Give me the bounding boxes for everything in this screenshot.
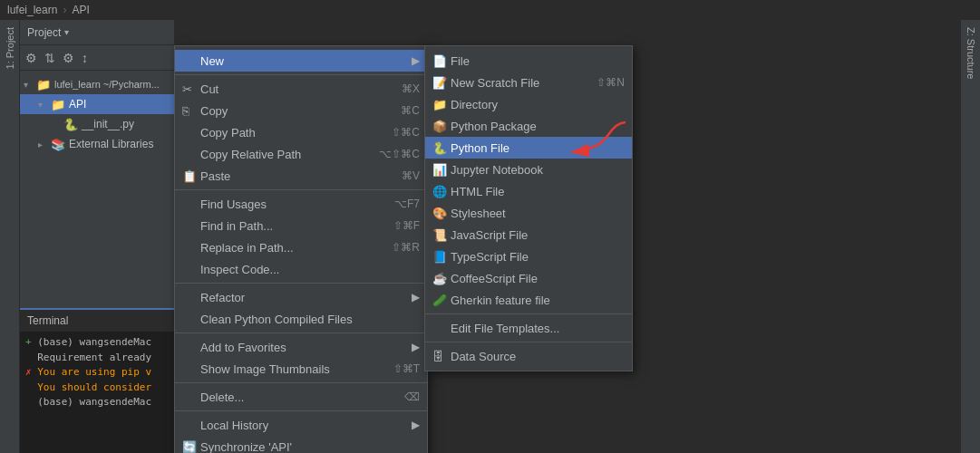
terminal-content: + (base) wangsendeMac Requirement alread… <box>20 332 174 414</box>
submenu-item-datasource[interactable]: 🗄 Data Source <box>425 345 632 367</box>
copy-shortcut: ⌘C <box>401 104 420 117</box>
tree-item-root[interactable]: ▾ 📁 lufei_learn ~/Pycharm... <box>20 74 174 94</box>
submenu-item-scratch[interactable]: 📝 New Scratch File ⇧⌘N <box>425 72 632 93</box>
tree-label-root: lufei_learn ~/Pycharm... <box>54 79 160 90</box>
terminal-line-4: You should consider <box>25 381 169 396</box>
coffeescript-icon: ☕ <box>432 272 451 285</box>
tree-arrow-api: ▾ <box>38 100 47 110</box>
datasource-icon: 🗄 <box>432 350 451 363</box>
submenu-item-javascript[interactable]: 📜 JavaScript File <box>425 224 632 246</box>
thumbnails-label: Show Image Thumbnails <box>200 362 375 376</box>
python-package-icon: 📦 <box>432 120 451 133</box>
submenu-item-stylesheet[interactable]: 🎨 Stylesheet <box>425 202 632 224</box>
new-item-label: New <box>200 54 408 68</box>
submenu-item-file[interactable]: 📄 File <box>425 50 632 72</box>
refactor-arrow: ▶ <box>412 291 420 304</box>
cut-label: Cut <box>200 82 383 96</box>
submenu-item-gherkin[interactable]: 🥒 Gherkin feature file <box>425 289 632 311</box>
menu-item-replace-in-path[interactable]: Replace in Path... ⇧⌘R <box>175 236 427 258</box>
history-label: Local History <box>200 419 408 432</box>
copy-rel-path-shortcut: ⌥⇧⌘C <box>379 148 420 160</box>
menu-item-delete[interactable]: Delete... ⌫ <box>175 386 427 408</box>
find-usages-shortcut: ⌥F7 <box>394 198 420 210</box>
sync-icon: 🔄 <box>182 440 200 454</box>
toolbar-icon-settings[interactable]: ⚙ <box>24 49 39 67</box>
stylesheet-label: Stylesheet <box>451 207 625 220</box>
copy-path-label: Copy Path <box>200 126 374 140</box>
typescript-label: TypeScript File <box>451 250 625 264</box>
inspect-code-label: Inspect Code... <box>200 263 420 276</box>
menu-item-copy-path[interactable]: Copy Path ⇧⌘C <box>175 121 427 143</box>
scratch-label: New Scratch File <box>451 76 597 90</box>
breadcrumb-bar: lufei_learn › API <box>0 0 980 20</box>
favorites-label: Add to Favorites <box>200 341 408 354</box>
breadcrumb-project: lufei_learn <box>7 4 57 16</box>
scratch-icon: 📝 <box>432 76 451 90</box>
refactor-label: Refactor <box>200 291 408 304</box>
find-in-path-shortcut: ⇧⌘F <box>393 219 420 232</box>
python-file-icon: 🐍 <box>63 118 78 131</box>
menu-item-inspect-code[interactable]: Inspect Code... <box>175 258 427 280</box>
submenu-item-directory[interactable]: 📁 Directory <box>425 93 632 115</box>
submenu-item-python-package[interactable]: 📦 Python Package <box>425 115 632 137</box>
file-icon: 📄 <box>432 54 451 68</box>
sidebar-item-project[interactable]: 1: Project <box>5 27 15 69</box>
python-file-sub-icon: 🐍 <box>432 141 451 155</box>
submenu-item-python-file[interactable]: 🐍 Python File <box>425 137 632 159</box>
terminal-x-icon: ✗ <box>25 366 32 378</box>
coffeescript-label: CoffeeScript File <box>451 272 625 285</box>
menu-item-find-usages[interactable]: Find Usages ⌥F7 <box>175 193 427 215</box>
jupyter-label: Jupyter Notebook <box>451 163 625 177</box>
terminal-text-1: (base) wangsendeMac <box>37 336 151 348</box>
new-item-arrow: ▶ <box>412 54 420 67</box>
directory-icon: 📁 <box>432 98 451 111</box>
submenu-sep-2 <box>425 342 632 342</box>
typescript-icon: 📘 <box>432 250 451 264</box>
new-submenu: 📄 File 📝 New Scratch File ⇧⌘N 📁 Director… <box>424 45 633 371</box>
menu-item-cut[interactable]: ✂ Cut ⌘X <box>175 78 427 100</box>
submenu-item-edit-templates[interactable]: Edit File Templates... <box>425 317 632 339</box>
copy-path-shortcut: ⇧⌘C <box>392 126 420 139</box>
context-menu: New ▶ ✂ Cut ⌘X ⎘ Copy ⌘C Copy Path ⇧⌘C C… <box>174 45 428 453</box>
tree-label-init: __init__.py <box>82 118 134 130</box>
sidebar-item-structure[interactable]: Z: Structure <box>965 27 976 79</box>
menu-item-copy[interactable]: ⎘ Copy ⌘C <box>175 100 427 121</box>
paste-icon: 📋 <box>182 169 200 183</box>
copy-rel-path-label: Copy Relative Path <box>200 148 361 161</box>
tree-label-api: API <box>69 98 86 111</box>
cut-shortcut: ⌘X <box>402 82 420 95</box>
submenu-item-coffeescript[interactable]: ☕ CoffeeScript File <box>425 267 632 289</box>
scratch-shortcut: ⇧⌘N <box>597 76 625 89</box>
menu-item-local-history[interactable]: Local History ▶ <box>175 414 427 436</box>
menu-item-new[interactable]: New ▶ <box>175 50 427 72</box>
tree-item-init[interactable]: 🐍 __init__.py <box>20 114 174 134</box>
submenu-item-html[interactable]: 🌐 HTML File <box>425 180 632 202</box>
javascript-label: JavaScript File <box>451 228 625 242</box>
menu-sep-2 <box>175 189 427 190</box>
paste-shortcut: ⌘V <box>402 169 420 182</box>
submenu-item-typescript[interactable]: 📘 TypeScript File <box>425 246 632 267</box>
toolbar-icon-expand[interactable]: ↕ <box>80 49 90 67</box>
menu-item-refactor[interactable]: Refactor ▶ <box>175 286 427 308</box>
terminal-line-3: ✗ You are using pip v <box>25 365 169 381</box>
project-panel-header: Project ▾ <box>20 20 174 45</box>
tree-item-api[interactable]: ▾ 📁 API <box>20 94 174 114</box>
jupyter-icon: 📊 <box>432 163 451 177</box>
menu-item-clean-compiled[interactable]: Clean Python Compiled Files <box>175 308 427 330</box>
toolbar-icon-sort[interactable]: ⇅ <box>43 49 57 67</box>
folder-icon-api: 📁 <box>51 98 65 111</box>
menu-item-copy-relative-path[interactable]: Copy Relative Path ⌥⇧⌘C <box>175 143 427 165</box>
submenu-item-jupyter[interactable]: 📊 Jupyter Notebook <box>425 159 632 180</box>
toolbar-icon-config[interactable]: ⚙ <box>61 49 76 67</box>
javascript-icon: 📜 <box>432 228 451 242</box>
tree-item-ext-libs[interactable]: ▸ 📚 External Libraries <box>20 134 174 154</box>
find-usages-label: Find Usages <box>200 198 376 211</box>
menu-item-paste[interactable]: 📋 Paste ⌘V <box>175 165 427 187</box>
menu-item-show-thumbnails[interactable]: Show Image Thumbnails ⇧⌘T <box>175 358 427 380</box>
menu-item-find-in-path[interactable]: Find in Path... ⇧⌘F <box>175 215 427 236</box>
menu-item-synchronize[interactable]: 🔄 Synchronize 'API' <box>175 436 427 453</box>
python-package-label: Python Package <box>451 120 625 133</box>
menu-item-add-favorites[interactable]: Add to Favorites ▶ <box>175 336 427 358</box>
menu-sep-3 <box>175 283 427 284</box>
menu-sep-4 <box>175 333 427 333</box>
